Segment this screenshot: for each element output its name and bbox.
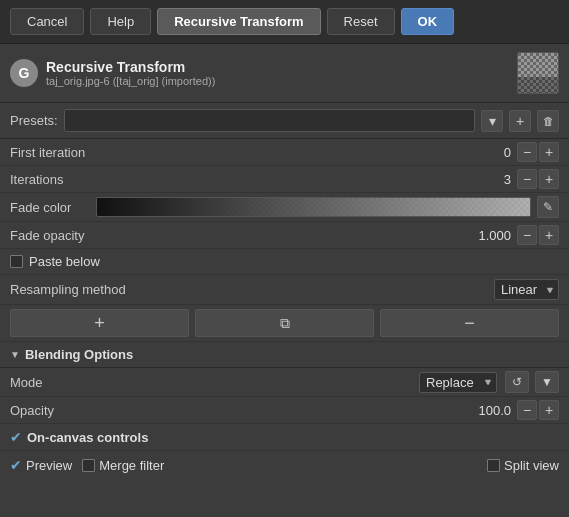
mode-select[interactable]: Replace Normal Multiply [419,372,497,393]
merge-filter-label: Merge filter [99,458,164,473]
oncanvas-checkmark: ✔ [10,429,22,445]
plugin-subtitle: taj_orig.jpg-6 ([taj_orig] (imported)) [46,75,509,87]
fade-opacity-row: Fade opacity 1.000 − + [0,222,569,249]
resampling-select[interactable]: Linear Cubic None [494,279,559,300]
transform-add-btn[interactable]: + [10,309,189,337]
first-iteration-label: First iteration [10,145,120,160]
preview-checkmark: ✔ [10,457,22,473]
resampling-select-wrap: Linear Cubic None ▼ [494,279,559,300]
preview-label: Preview [26,458,72,473]
paste-below-row: Paste below [0,249,569,275]
source-thumbnail [517,52,559,94]
fade-opacity-plus[interactable]: + [539,225,559,245]
iterations-label: Iterations [10,172,120,187]
mode-extra-btn[interactable]: ▼ [535,371,559,393]
merge-filter-checkbox[interactable] [82,459,95,472]
presets-add-btn[interactable]: + [509,110,531,132]
help-button[interactable]: Help [90,8,151,35]
transform-copy-btn[interactable]: ⧉ [195,309,374,337]
fade-opacity-label: Fade opacity [10,228,120,243]
toolbar: Cancel Help Recursive Transform Reset OK [0,0,569,44]
split-view-label: Split view [504,458,559,473]
preview-check-wrap: ✔ Preview [10,457,72,473]
paste-below-checkbox[interactable] [10,255,23,268]
iterations-minus[interactable]: − [517,169,537,189]
iterations-row: Iterations 3 − + [0,166,569,193]
mode-reset-btn[interactable]: ↺ [505,371,529,393]
header-info: Recursive Transform taj_orig.jpg-6 ([taj… [46,59,509,87]
fade-color-edit-btn[interactable]: ✎ [537,196,559,218]
opacity-minus[interactable]: − [517,400,537,420]
presets-dropdown-btn[interactable]: ▾ [481,110,503,132]
plugin-header: G Recursive Transform taj_orig.jpg-6 ([t… [0,44,569,103]
resampling-label: Resampling method [10,282,494,297]
blending-options-header[interactable]: ▼ Blending Options [0,342,569,368]
presets-label: Presets: [10,113,58,128]
transform-buttons-row: + ⧉ − [0,305,569,342]
opacity-value: 100.0 [478,403,511,418]
ok-button[interactable]: OK [401,8,455,35]
first-iteration-row: First iteration 0 − + [0,139,569,166]
blending-options-title: Blending Options [25,347,133,362]
mode-row: Mode Replace Normal Multiply ▼ ↺ ▼ [0,368,569,397]
presets-select[interactable] [64,109,475,132]
split-view-wrap: Split view [487,458,559,473]
oncanvas-label: On-canvas controls [27,430,148,445]
fade-color-label: Fade color [10,200,90,215]
oncanvas-row: ✔ On-canvas controls [0,424,569,451]
opacity-plus[interactable]: + [539,400,559,420]
transform-remove-btn[interactable]: − [380,309,559,337]
opacity-row: Opacity 100.0 − + [0,397,569,424]
preview-row: ✔ Preview Merge filter Split view [0,451,569,479]
fade-opacity-minus[interactable]: − [517,225,537,245]
mode-select-wrap: Replace Normal Multiply ▼ [419,372,497,393]
fade-opacity-value: 1.000 [478,228,511,243]
recursive-transform-button[interactable]: Recursive Transform [157,8,320,35]
first-iteration-minus[interactable]: − [517,142,537,162]
presets-remove-btn[interactable]: 🗑 [537,110,559,132]
paste-below-label: Paste below [29,254,100,269]
resampling-row: Resampling method Linear Cubic None ▼ [0,275,569,305]
reset-button[interactable]: Reset [327,8,395,35]
iterations-value: 3 [504,172,511,187]
opacity-label: Opacity [10,403,120,418]
plugin-title: Recursive Transform [46,59,509,75]
first-iteration-value: 0 [504,145,511,160]
cancel-button[interactable]: Cancel [10,8,84,35]
fade-color-row: Fade color ✎ [0,193,569,222]
iterations-plus[interactable]: + [539,169,559,189]
mode-label: Mode [10,375,415,390]
presets-row: Presets: ▾ + 🗑 [0,103,569,139]
merge-filter-wrap: Merge filter [82,458,164,473]
blending-collapse-icon: ▼ [10,349,20,360]
plugin-icon: G [10,59,38,87]
first-iteration-plus[interactable]: + [539,142,559,162]
split-view-checkbox[interactable] [487,459,500,472]
fade-color-gradient[interactable] [96,197,531,217]
